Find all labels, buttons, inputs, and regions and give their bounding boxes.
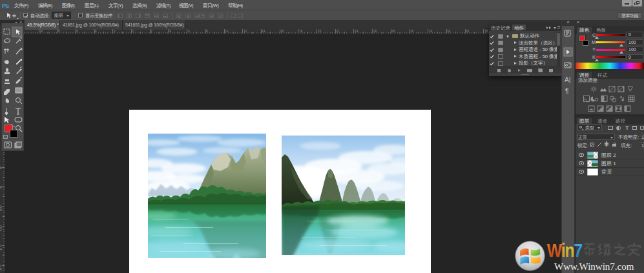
svg-text:Www.Winwin7.com: Www.Winwin7.com	[554, 261, 634, 272]
svg-text:7: 7	[574, 239, 583, 261]
svg-text:W: W	[547, 239, 562, 261]
svg-text:A|: A|	[565, 76, 570, 83]
svg-text:n: n	[565, 239, 575, 261]
svg-text:¶: ¶	[565, 88, 568, 95]
